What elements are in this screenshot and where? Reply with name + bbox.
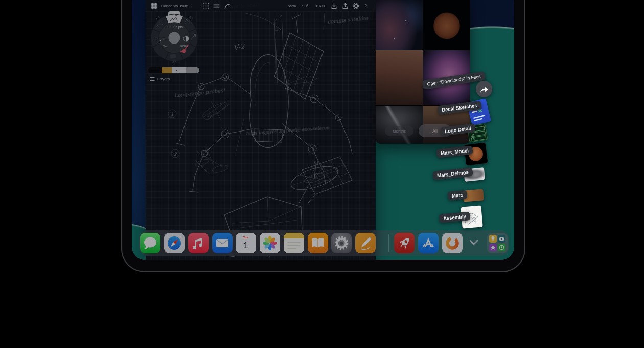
- drag-layer: Open “Downloads” in Files Decal Sketches: [132, 0, 514, 260]
- stage: concept to scale comms satellite V-2 for…: [0, 0, 644, 348]
- share-forward-button[interactable]: [476, 81, 492, 97]
- ipad-screen: concept to scale comms satellite V-2 for…: [132, 0, 514, 260]
- drag-label-mars[interactable]: Mars: [447, 190, 468, 200]
- forward-arrow-icon: [479, 85, 489, 93]
